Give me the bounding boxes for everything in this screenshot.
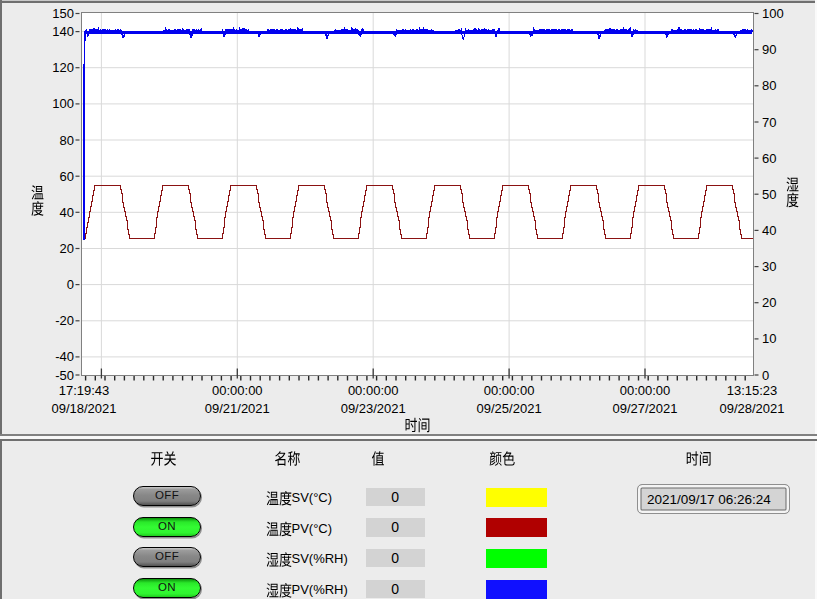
svg-text:20: 20 [60, 241, 74, 256]
svg-text:60: 60 [60, 169, 74, 184]
svg-text:09/18/2021: 09/18/2021 [51, 401, 116, 416]
svg-text:70: 70 [762, 115, 776, 130]
svg-text:09/21/2021: 09/21/2021 [205, 401, 270, 416]
svg-text:-40: -40 [55, 349, 74, 364]
svg-text:40: 40 [762, 223, 776, 238]
svg-text:100: 100 [52, 96, 74, 111]
svg-text:120: 120 [52, 60, 74, 75]
svg-text:13:15:23: 13:15:23 [727, 383, 778, 398]
svg-text:20: 20 [762, 295, 776, 310]
svg-text:80: 80 [762, 78, 776, 93]
svg-text:-20: -20 [55, 313, 74, 328]
svg-text:0: 0 [67, 277, 74, 292]
svg-text:09/27/2021: 09/27/2021 [612, 401, 677, 416]
svg-text:80: 80 [60, 133, 74, 148]
svg-text:-50: -50 [55, 368, 74, 383]
svg-text:0: 0 [762, 368, 769, 383]
svg-text:09/25/2021: 09/25/2021 [477, 401, 542, 416]
svg-text:09/28/2021: 09/28/2021 [719, 401, 784, 416]
svg-text:09/23/2021: 09/23/2021 [341, 401, 406, 416]
svg-text:90: 90 [762, 42, 776, 57]
svg-text:17:19:43: 17:19:43 [59, 383, 110, 398]
svg-text:00:00:00: 00:00:00 [484, 383, 535, 398]
svg-text:60: 60 [762, 151, 776, 166]
svg-text:140: 140 [52, 24, 74, 39]
svg-text:00:00:00: 00:00:00 [212, 383, 263, 398]
svg-text:00:00:00: 00:00:00 [348, 383, 399, 398]
svg-text:10: 10 [762, 331, 776, 346]
svg-text:00:00:00: 00:00:00 [620, 383, 671, 398]
svg-text:150: 150 [52, 6, 74, 21]
svg-text:30: 30 [762, 259, 776, 274]
svg-text:50: 50 [762, 187, 776, 202]
svg-text:100: 100 [762, 6, 784, 21]
svg-text:40: 40 [60, 205, 74, 220]
